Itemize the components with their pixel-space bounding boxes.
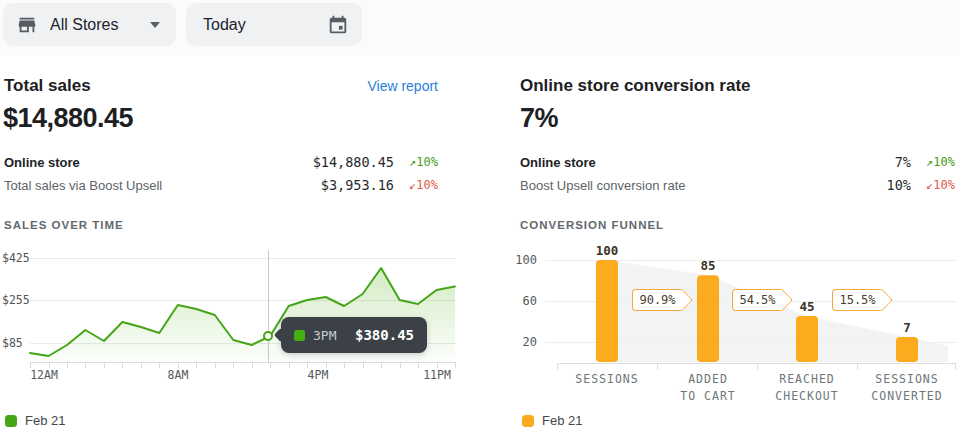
- sales-legend: Feb 21: [5, 413, 65, 428]
- legend-label: Feb 21: [25, 413, 65, 428]
- chart-tooltip: 3PM $380.45: [281, 317, 427, 353]
- funnel-conversion-badge: 90.9%: [632, 289, 682, 311]
- store-selector-label: All Stores: [50, 16, 118, 34]
- y-axis-tick: $425: [2, 251, 30, 265]
- conversion-rate-value: 7%: [520, 103, 558, 134]
- metric-value: $3,953.16: [321, 177, 394, 193]
- metric-label: Online store: [4, 155, 80, 170]
- date-range-button[interactable]: Today: [186, 3, 362, 46]
- metric-row-online-store-conversion: Online store 7% ↗10%: [520, 151, 955, 173]
- x-axis-tick: 12AM: [14, 368, 74, 382]
- metric-change-up: ↗10%: [911, 155, 955, 169]
- hovered-point-marker: [263, 331, 273, 341]
- funnel-bar-reached-checkout[interactable]: [796, 316, 818, 362]
- x-axis-tick: 11PM: [407, 368, 467, 382]
- metric-value: 7%: [895, 154, 911, 170]
- metric-change-down: ↙10%: [911, 178, 955, 192]
- conversion-title: Online store conversion rate: [520, 76, 751, 96]
- tooltip-value: $380.45: [355, 327, 414, 343]
- funnel-category-added-to-cart: ADDEDTO CART: [653, 371, 763, 405]
- badge-label: 15.5%: [839, 293, 875, 307]
- x-axis-tick: 4PM: [288, 368, 348, 382]
- filter-toolbar: All Stores Today: [0, 0, 960, 55]
- tooltip-time: 3PM: [313, 328, 336, 343]
- metric-row-boost-upsell-sales: Total sales via Boost Upsell $3,953.16 ↙…: [4, 174, 438, 196]
- funnel-bar-value: 85: [688, 258, 728, 273]
- total-sales-title: Total sales: [4, 76, 91, 96]
- calendar-icon: [327, 14, 349, 36]
- total-sales-header: Total sales View report: [4, 76, 438, 96]
- legend-color-green: [5, 415, 17, 427]
- x-axis-tick: 8AM: [148, 368, 208, 382]
- metric-label: Online store: [520, 155, 596, 170]
- metric-value: $14,880.45: [313, 154, 394, 170]
- funnel-conversion-badge: 54.5%: [732, 289, 782, 311]
- metric-value: 10%: [887, 177, 911, 193]
- metric-change-up: ↗10%: [394, 155, 438, 169]
- x-axis: [557, 363, 956, 370]
- funnel-bar-value: 100: [587, 243, 627, 258]
- funnel-category-reached-checkout: REACHEDCHECKOUT: [752, 371, 862, 405]
- conversion-header: Online store conversion rate: [520, 76, 956, 96]
- x-axis: [30, 362, 456, 368]
- funnel-conversion-badge: 15.5%: [832, 289, 882, 311]
- analytics-dashboard: All Stores Today Total sales View report…: [0, 0, 960, 431]
- store-selector-button[interactable]: All Stores: [3, 3, 176, 46]
- funnel-bar-added-to-cart[interactable]: [697, 275, 719, 362]
- chevron-down-icon: [150, 22, 160, 28]
- metric-row-online-store-sales: Online store $14,880.45 ↗10%: [4, 151, 438, 173]
- funnel-bar-value: 7: [887, 320, 927, 335]
- view-report-link[interactable]: View report: [367, 78, 438, 94]
- funnel-category-sessions: SESSIONS: [552, 371, 662, 388]
- series-color-dot: [294, 330, 305, 341]
- funnel-bar-sessions-converted[interactable]: [896, 337, 918, 362]
- legend-label: Feb 21: [542, 413, 582, 428]
- conversion-funnel-heading: CONVERSION FUNNEL: [520, 219, 664, 231]
- y-axis-tick: 60: [505, 294, 537, 308]
- y-axis-tick: $85: [2, 336, 23, 350]
- badge-label: 90.9%: [639, 293, 675, 307]
- y-axis-tick: 100: [505, 253, 537, 267]
- funnel-legend: Feb 21: [522, 413, 582, 428]
- metric-change-down: ↙10%: [394, 178, 438, 192]
- funnel-category-sessions-converted: SESSIONSCONVERTED: [852, 371, 960, 405]
- funnel-bar-sessions[interactable]: [596, 260, 618, 362]
- total-sales-value: $14,880.45: [3, 103, 133, 134]
- y-axis-tick: $255: [2, 293, 30, 307]
- badge-label: 54.5%: [739, 293, 775, 307]
- date-range-label: Today: [203, 16, 246, 34]
- metric-label: Total sales via Boost Upsell: [4, 178, 162, 193]
- funnel-bar-value: 45: [787, 299, 827, 314]
- y-axis-tick: 20: [505, 335, 537, 349]
- sales-over-time-heading: SALES OVER TIME: [4, 219, 124, 231]
- metric-label: Boost Upsell conversion rate: [520, 178, 685, 193]
- legend-color-orange: [522, 415, 534, 427]
- metric-row-boost-upsell-conversion: Boost Upsell conversion rate 10% ↙10%: [520, 174, 955, 196]
- store-icon: [16, 14, 38, 36]
